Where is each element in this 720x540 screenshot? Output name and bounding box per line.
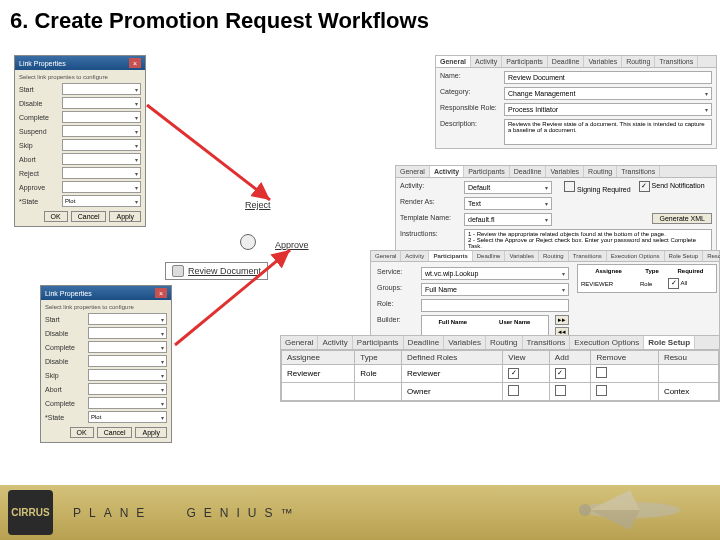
template-dropdown[interactable]: default.fl [464,213,552,226]
svg-line-0 [147,105,270,200]
field-dropdown[interactable] [88,397,167,409]
col-resource: Resou [658,351,718,365]
tab-role-setup[interactable]: Role Setup [644,336,695,349]
panel-tabs: General Activity Participants Deadline V… [371,251,719,262]
tab-role-setup[interactable]: Role Setup [665,251,704,261]
tab-deadline[interactable]: Deadline [473,251,506,261]
field-dropdown[interactable] [88,369,167,381]
col-view: View [503,351,550,365]
tab-activity[interactable]: Activity [430,166,464,177]
category-label: Category: [440,87,500,95]
field-label: *State [45,414,85,421]
add-arrow-button[interactable]: ▸▸ [555,315,569,325]
tab-exec-options[interactable]: Execution Options [570,336,644,349]
field-dropdown[interactable] [88,355,167,367]
cancel-button[interactable]: Cancel [97,427,133,438]
tab-participants[interactable]: Participants [429,251,472,261]
field-dropdown[interactable] [62,139,141,151]
tab-routing[interactable]: Routing [539,251,569,261]
tab-routing[interactable]: Routing [584,166,617,177]
tab-general[interactable]: General [436,56,471,67]
field-dropdown[interactable] [62,125,141,137]
add-checkbox[interactable] [555,385,566,396]
type-header: Type [639,267,665,275]
view-checkbox[interactable]: ✓ [508,368,519,379]
tab-general[interactable]: General [281,336,318,349]
activity-dropdown[interactable]: Default [464,181,552,194]
role-dropdown[interactable]: Process Initiator [504,103,712,116]
apply-button[interactable]: Apply [135,427,167,438]
dialog-description: Select link properties to configure [19,74,141,80]
close-icon[interactable]: × [129,58,141,68]
apply-button[interactable]: Apply [109,211,141,222]
tab-variables[interactable]: Variables [505,251,539,261]
required-checkbox[interactable]: ✓ [668,278,679,289]
ok-button[interactable]: OK [44,211,68,222]
tab-transitions[interactable]: Transitions [655,56,698,67]
field-dropdown[interactable] [62,181,141,193]
fullname-col: Full Name [424,318,481,326]
tab-transitions[interactable]: Transitions [617,166,660,177]
field-dropdown[interactable] [62,111,141,123]
tab-activity[interactable]: Activity [471,56,502,67]
tab-variables[interactable]: Variables [444,336,486,349]
tab-activity[interactable]: Activity [318,336,352,349]
ok-button[interactable]: OK [70,427,94,438]
generate-xml-button[interactable]: Generate XML [652,213,712,224]
cancel-button[interactable]: Cancel [71,211,107,222]
tab-general[interactable]: General [371,251,401,261]
assignee-cell: REVIEWER [580,277,637,290]
field-dropdown[interactable] [62,153,141,165]
field-dropdown[interactable] [62,97,141,109]
type-cell: Role [639,277,665,290]
service-dropdown[interactable]: wt.vc.wip.Lookup [421,267,569,280]
tab-transitions[interactable]: Transitions [523,336,571,349]
tab-transitions[interactable]: Transitions [569,251,607,261]
remove-checkbox[interactable] [596,367,607,378]
field-dropdown[interactable] [88,383,167,395]
desc-textarea[interactable]: Reviews the Review state of a document. … [504,119,712,145]
field-label: Disable [45,358,85,365]
tab-deadline[interactable]: Deadline [510,166,547,177]
category-dropdown[interactable]: Change Management [504,87,712,100]
field-label: Disable [45,330,85,337]
field-dropdown[interactable] [88,341,167,353]
svg-point-3 [579,504,591,516]
tab-deadline[interactable]: Deadline [548,56,585,67]
field-dropdown[interactable]: Plot [88,411,167,423]
field-dropdown[interactable]: Plot [62,195,141,207]
add-checkbox[interactable]: ✓ [555,368,566,379]
brand-text: PLANE GENIUS™ [73,506,300,520]
tab-participants[interactable]: Participants [353,336,404,349]
tab-general[interactable]: General [396,166,430,177]
view-checkbox[interactable] [508,385,519,396]
tab-participants[interactable]: Participants [464,166,510,177]
groups-dropdown[interactable]: Full Name [421,283,569,296]
tab-participants[interactable]: Participants [502,56,548,67]
field-dropdown[interactable] [62,167,141,179]
signing-checkbox[interactable] [564,181,575,192]
render-dropdown[interactable]: Text [464,197,552,210]
render-label: Render As: [400,197,460,205]
tab-variables[interactable]: Variables [546,166,584,177]
field-dropdown[interactable] [88,327,167,339]
tab-resource-pool[interactable]: Resource Pool [703,251,720,261]
panel-tabs: General Activity Participants Deadline V… [281,336,719,350]
tab-routing[interactable]: Routing [486,336,523,349]
remove-checkbox[interactable] [596,385,607,396]
tab-deadline[interactable]: Deadline [404,336,445,349]
notify-checkbox[interactable]: ✓ [639,181,650,192]
field-dropdown[interactable] [62,83,141,95]
table-row: Reviewer Role Reviewer ✓ ✓ [282,365,719,383]
notify-label: Send Notification [652,182,705,189]
field-dropdown[interactable] [88,313,167,325]
tab-activity[interactable]: Activity [401,251,429,261]
name-input[interactable]: Review Document [504,71,712,84]
tab-variables[interactable]: Variables [584,56,622,67]
arrow-reject [145,95,435,255]
tab-exec-options[interactable]: Execution Options [607,251,665,261]
role-input[interactable] [421,299,569,312]
dialog-title: Link Properties [19,60,66,67]
tab-routing[interactable]: Routing [622,56,655,67]
close-icon[interactable]: × [155,288,167,298]
